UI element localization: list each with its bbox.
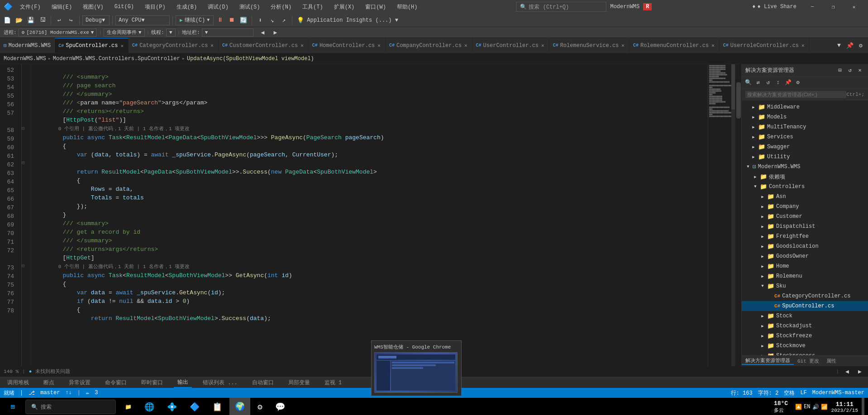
app-menu-debug[interactable]: 调试(D) <box>204 2 232 12</box>
tray-icon-1[interactable]: 🔼 <box>795 404 802 410</box>
tree-company[interactable]: ▶ 📁 Company <box>742 202 868 212</box>
close-button[interactable]: ✕ <box>844 0 864 14</box>
taskbar-vscode[interactable]: 💠 <box>162 398 182 415</box>
tree-stockprocess[interactable]: ▶ 📁 Stockprocess <box>742 351 868 355</box>
toolbar-redo[interactable]: ↪ <box>66 15 76 26</box>
tree-freightfee[interactable]: ▶ 📁 Freightfee <box>742 231 868 241</box>
toolbar-undo[interactable]: ↩ <box>54 15 65 26</box>
global-search[interactable]: 🔍 搜索 (Ctrl+Q) <box>516 2 606 12</box>
taskbar-vs[interactable]: 🔷 <box>184 398 205 415</box>
project-tab[interactable]: ⊡ ModernWMS.WMS <box>0 38 55 53</box>
breadcrumb-project[interactable]: ModernWMS.WMS <box>4 56 46 62</box>
tab-rolemenuservice[interactable]: C# RolemenuService.cs ✕ <box>549 38 630 53</box>
app-menu-build[interactable]: 生成(B) <box>173 2 201 12</box>
tree-multitenancy[interactable]: ▶ 📁 MultiTenancy <box>742 122 868 132</box>
tree-stockmove[interactable]: ▶ 📁 Stockmove <box>742 341 868 351</box>
se-tab-git[interactable]: Git 更改 <box>794 358 823 364</box>
tab-companycontroller[interactable]: C# CompanyController.cs ✕ <box>386 38 472 53</box>
thread-dropdown[interactable]: ▼ <box>166 28 176 37</box>
se-tab-explorer[interactable]: 解决方案资源管理器 <box>742 357 794 365</box>
hint-nav-right[interactable]: ▶ <box>855 367 864 376</box>
tray-volume[interactable]: 🔊 <box>812 404 819 410</box>
taskbar-chrome[interactable]: 🌍 <box>229 398 250 415</box>
se-refresh-btn[interactable]: ↺ <box>845 66 854 75</box>
tray-network[interactable]: 📶 <box>821 404 828 410</box>
tab-homecontroller[interactable]: C# HomeController.cs ✕ <box>309 38 386 53</box>
tree-middleware[interactable]: ▶ 📁 Middleware <box>742 102 868 112</box>
se-search-input[interactable] <box>745 91 846 98</box>
tree-stock[interactable]: ▶ 📁 Stock <box>742 311 868 321</box>
clock-widget[interactable]: 11:11 2023/2/15 <box>831 401 858 413</box>
tree-models[interactable]: ▶ 📁 Models <box>742 112 868 122</box>
toolbar-step-in[interactable]: ↘ <box>267 15 277 26</box>
restore-button[interactable]: ❐ <box>823 0 844 14</box>
app-menu-view[interactable]: 视图(V) <box>79 2 107 12</box>
bp-tab-exceptions[interactable]: 异常设置 <box>65 378 94 387</box>
toolbar-insight[interactable]: 💡 <box>295 15 306 26</box>
app-menu-edit[interactable]: 编辑(E) <box>48 2 76 12</box>
scroll-thumb[interactable] <box>736 82 741 118</box>
lifecycle-dropdown[interactable]: 生命周期事件 ▼ <box>104 28 145 37</box>
se-toolbar-pin-btn[interactable]: 📌 <box>783 78 792 87</box>
tab-close-4[interactable]: ✕ <box>463 42 468 49</box>
app-menu-ext[interactable]: 扩展(X) <box>330 2 358 12</box>
bp-tab-errorlist[interactable]: 错误列表 ... <box>199 378 241 387</box>
bp-tab-command[interactable]: 命令窗口 <box>101 378 130 387</box>
app-menu-tools[interactable]: 工具(T) <box>299 2 327 12</box>
toolbar-stop[interactable]: ⏹ <box>226 15 237 26</box>
app-menu-git[interactable]: Git(G) <box>111 2 138 12</box>
start-button-taskbar[interactable]: ⊞ <box>4 398 22 415</box>
tree-customer[interactable]: ▶ 📁 Customer <box>742 212 868 222</box>
code-content[interactable]: /// <summary> /// page search /// </summ… <box>31 64 708 366</box>
tab-close-0[interactable]: ✕ <box>119 42 124 49</box>
cpu-dropdown[interactable]: Any CPU ▼ <box>115 15 170 25</box>
app-menu-test[interactable]: 测试(S) <box>236 2 264 12</box>
collapse-58[interactable]: ⊟ <box>22 124 30 133</box>
se-toolbar-search-btn[interactable]: 🔍 <box>744 78 753 87</box>
bp-tab-autos[interactable]: 自动窗口 <box>248 378 277 387</box>
toolbar-save[interactable]: 💾 <box>25 15 36 26</box>
collapse-62[interactable]: ⊟ <box>22 159 30 167</box>
app-menu-file[interactable]: 文件(F) <box>16 2 44 12</box>
tree-rolemenu[interactable]: ▶ 📁 Rolemenu <box>742 271 868 281</box>
taskbar-fileexplorer[interactable]: 📁 <box>119 398 137 415</box>
taskbar-terminal[interactable]: 📋 <box>207 398 228 415</box>
tree-goodslocation[interactable]: ▶ 📁 Goodslocation <box>742 241 868 251</box>
tree-stockfreeze[interactable]: ▶ 📁 Stockfreeze <box>742 331 868 341</box>
tree-dispatchlist[interactable]: ▶ 📁 Dispatchlist <box>742 222 868 231</box>
tab-close-8[interactable]: ✕ <box>801 42 806 49</box>
taskbar-edge[interactable]: 🌐 <box>139 398 160 415</box>
bp-tab-watch1[interactable]: 监视 1 <box>321 378 345 387</box>
minimap-thumb[interactable] <box>731 64 735 109</box>
tab-pin-btn[interactable]: 📌 <box>844 40 855 51</box>
toolbar-step-out[interactable]: ↗ <box>278 15 289 26</box>
se-tab-props[interactable]: 属性 <box>823 358 840 364</box>
se-collapse-btn[interactable]: ⊟ <box>835 66 844 75</box>
taskbar-settings[interactable]: ⚙ <box>252 398 268 415</box>
toolbar-step-over[interactable]: ⬇ <box>255 15 266 26</box>
se-toolbar-sync-btn[interactable]: ⇄ <box>754 78 763 87</box>
tab-close-7[interactable]: ✕ <box>711 42 715 49</box>
tab-close-1[interactable]: ✕ <box>210 42 215 49</box>
app-menu-help[interactable]: 帮助(H) <box>393 2 421 12</box>
se-toolbar-settings-btn[interactable]: ⚙ <box>793 78 802 87</box>
start-button[interactable]: ▶ 继续(C) ▼ <box>176 15 214 25</box>
tab-customercontroller[interactable]: C# CustomerController.cs ✕ <box>219 38 309 53</box>
tab-close-3[interactable]: ✕ <box>377 42 382 49</box>
tab-categorycontroller[interactable]: C# CategoryController.cs ✕ <box>129 38 219 53</box>
tree-spucontroller[interactable]: C# SpuController.cs <box>742 301 868 311</box>
bp-tab-callstack[interactable]: 调用堆栈 <box>4 378 33 387</box>
collapse-73[interactable]: ⊟ <box>22 262 30 270</box>
breadcrumb-path[interactable]: ModernWMS.WMS.Controllers.SpuController <box>53 56 180 62</box>
tree-home[interactable]: ▶ 📁 Home <box>742 261 868 271</box>
tree-categorycontroller[interactable]: C# CategoryController.cs <box>742 291 868 301</box>
bp-tab-locals[interactable]: 局部变量 <box>285 378 314 387</box>
tab-close-5[interactable]: ✕ <box>540 42 545 49</box>
nav-forward[interactable]: ▶ <box>270 27 281 38</box>
tree-services[interactable]: ▶ 📁 Services <box>742 132 868 142</box>
tab-usercontroller[interactable]: C# UserController.cs ✕ <box>472 38 549 53</box>
app-menu-window[interactable]: 窗口(W) <box>362 2 390 12</box>
live-share-button[interactable]: ♦ ♦ Live Share <box>747 0 802 14</box>
debug-mode-dropdown[interactable]: Debug ▼ <box>82 15 110 25</box>
taskbar-search[interactable]: 🔍 搜索 <box>25 400 116 414</box>
